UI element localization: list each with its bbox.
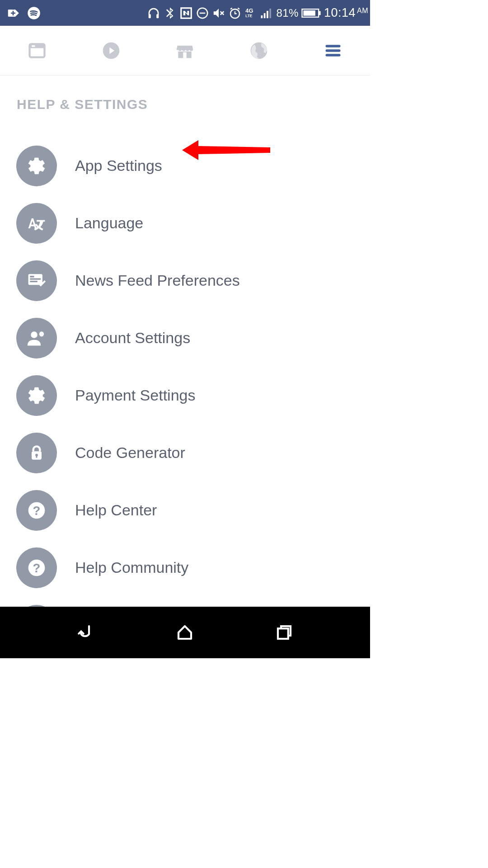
notification-plus-icon: [6, 6, 20, 20]
item-label: Payment Settings: [75, 387, 195, 404]
feed-check-icon: [16, 260, 57, 301]
spotify-icon: [27, 6, 41, 20]
bluetooth-icon: [163, 6, 177, 20]
battery-icon: [301, 6, 321, 20]
svg-rect-48: [278, 628, 288, 639]
svg-text:?: ?: [33, 504, 41, 518]
battery-percentage: 81%: [276, 7, 299, 19]
android-nav-bar: [0, 607, 370, 658]
item-label: Account Settings: [75, 329, 190, 347]
svg-rect-22: [32, 45, 35, 47]
back-button[interactable]: [75, 622, 97, 643]
status-time: 10:14AM: [324, 6, 368, 20]
item-account-settings[interactable]: Account Settings: [0, 309, 370, 367]
language-icon: [16, 203, 57, 244]
gear-icon: [16, 146, 57, 186]
item-label: Help Community: [75, 559, 188, 576]
status-left-icons: [6, 6, 41, 20]
svg-text:LTE: LTE: [246, 14, 253, 18]
svg-rect-31: [30, 276, 34, 278]
headphones-icon: [147, 6, 160, 20]
item-label: Help Center: [75, 501, 157, 519]
item-help-community[interactable]: ? Help Community: [0, 539, 370, 596]
svg-rect-28: [326, 49, 341, 52]
item-code-generator[interactable]: Code Generator: [0, 424, 370, 481]
item-label: Language: [75, 214, 143, 232]
status-right-icons: 4GLTE 81% 10:14AM: [147, 6, 368, 20]
svg-rect-16: [270, 9, 272, 18]
svg-text:?: ?: [33, 561, 41, 575]
item-app-settings[interactable]: App Settings: [0, 137, 370, 194]
recent-apps-button[interactable]: [273, 622, 295, 643]
android-status-bar: 4GLTE 81% 10:14AM: [0, 0, 370, 26]
app-tab-bar: [0, 26, 370, 75]
network-4glte-icon: 4GLTE: [244, 6, 257, 20]
nfc-icon: [179, 6, 193, 20]
lock-icon: [16, 433, 57, 473]
tab-marketplace[interactable]: [174, 40, 196, 61]
svg-point-34: [31, 331, 38, 338]
tab-video[interactable]: [100, 40, 122, 61]
svg-rect-33: [30, 281, 38, 282]
signal-icon: [260, 6, 273, 20]
item-label: Code Generator: [75, 444, 185, 462]
tab-globe[interactable]: [248, 40, 270, 61]
item-help-center[interactable]: ? Help Center: [0, 481, 370, 539]
svg-rect-6: [157, 14, 159, 18]
question-icon: ?: [16, 547, 57, 588]
item-language[interactable]: Language: [0, 194, 370, 252]
tab-menu[interactable]: [322, 40, 344, 61]
settings-list: App Settings Language News Feed Preferen…: [0, 112, 370, 654]
tab-feed[interactable]: [26, 40, 48, 61]
svg-rect-14: [264, 13, 266, 18]
svg-rect-25: [183, 52, 187, 58]
person-gear-icon: [16, 318, 57, 359]
svg-rect-27: [326, 45, 341, 47]
svg-rect-38: [36, 455, 38, 458]
svg-rect-29: [326, 54, 341, 56]
item-news-feed-preferences[interactable]: News Feed Preferences: [0, 252, 370, 309]
svg-text:4G: 4G: [246, 7, 253, 14]
alarm-icon: [228, 6, 242, 20]
section-header: HELP & SETTINGS: [0, 75, 370, 112]
question-icon: ?: [16, 490, 57, 531]
volume-mute-icon: [212, 6, 225, 20]
do-not-disturb-icon: [196, 6, 209, 20]
svg-rect-13: [261, 15, 263, 18]
svg-rect-9: [200, 12, 206, 14]
item-label: App Settings: [75, 157, 162, 175]
svg-rect-19: [319, 11, 320, 15]
svg-rect-5: [149, 14, 151, 18]
svg-rect-18: [303, 10, 315, 16]
svg-rect-15: [267, 11, 268, 18]
item-label: News Feed Preferences: [75, 272, 240, 289]
item-payment-settings[interactable]: Payment Settings: [0, 367, 370, 424]
svg-rect-32: [30, 278, 41, 279]
home-button[interactable]: [174, 622, 196, 643]
gear-icon: [16, 375, 57, 416]
